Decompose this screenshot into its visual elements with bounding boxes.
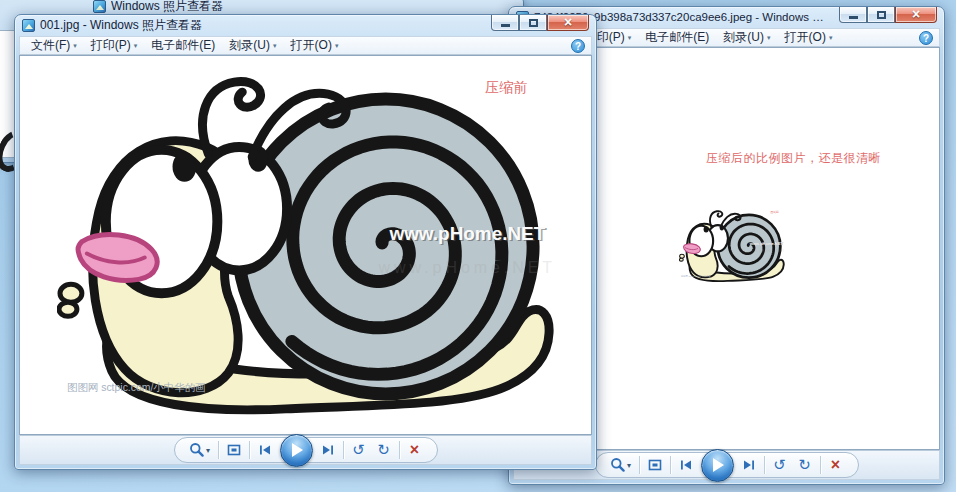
play-icon bbox=[292, 443, 303, 457]
delete-button[interactable]: × bbox=[405, 440, 425, 460]
divider bbox=[764, 456, 765, 474]
viewer-toolbar: ▾ ↺ ↻ × bbox=[19, 435, 592, 465]
maximize-button[interactable] bbox=[867, 7, 895, 23]
delete-icon: × bbox=[831, 457, 840, 473]
previous-icon bbox=[678, 457, 694, 473]
menubar: 文件(F)▾ 打印(P)▾ 电子邮件(E) 刻录(U)▾ 打开(O)▾ ? bbox=[19, 36, 592, 55]
delete-icon: × bbox=[410, 442, 419, 458]
divider bbox=[639, 456, 640, 474]
zoom-button[interactable]: ▾ bbox=[187, 440, 213, 460]
toolbar-group: ▾ ↺ ↻ × bbox=[174, 437, 438, 463]
chevron-down-icon: ▾ bbox=[335, 42, 339, 50]
rotate-ccw-icon: ↺ bbox=[773, 458, 786, 473]
toolbar-group: ▾ ↺ ↻ × bbox=[595, 452, 859, 478]
next-icon bbox=[320, 442, 336, 458]
photo-viewer-window-before: 001.jpg - Windows 照片查看器 × 文件(F)▾ 打印(P)▾ … bbox=[14, 14, 597, 470]
divider bbox=[218, 441, 219, 459]
help-button[interactable]: ? bbox=[571, 39, 585, 53]
divider bbox=[399, 441, 400, 459]
close-button[interactable]: × bbox=[895, 7, 937, 23]
actual-size-icon bbox=[226, 442, 242, 458]
chevron-down-icon: ▾ bbox=[73, 42, 77, 50]
photo-canvas bbox=[19, 55, 592, 435]
previous-icon bbox=[257, 442, 273, 458]
next-icon bbox=[741, 457, 757, 473]
magnifier-icon bbox=[189, 442, 205, 458]
actual-size-button[interactable] bbox=[224, 440, 244, 460]
window-controls: × bbox=[839, 7, 937, 23]
actual-size-icon bbox=[647, 457, 663, 473]
delete-button[interactable]: × bbox=[826, 455, 846, 475]
minimize-button[interactable] bbox=[839, 7, 867, 23]
previous-button[interactable] bbox=[255, 440, 275, 460]
rotate-counterclockwise-button[interactable]: ↺ bbox=[770, 455, 790, 475]
divider bbox=[249, 441, 250, 459]
annotation-after: 压缩后的比例图片，还是很清晰 bbox=[706, 150, 881, 167]
rotate-ccw-icon: ↺ bbox=[352, 443, 365, 458]
play-slideshow-button[interactable] bbox=[701, 449, 734, 482]
close-button[interactable]: × bbox=[547, 15, 589, 31]
rotate-cw-icon: ↻ bbox=[377, 443, 390, 458]
chevron-down-icon: ▾ bbox=[627, 461, 631, 470]
next-button[interactable] bbox=[318, 440, 338, 460]
window-controls: × bbox=[491, 15, 589, 31]
menu-burn[interactable]: 刻录(U)▾ bbox=[716, 27, 777, 48]
next-button[interactable] bbox=[739, 455, 759, 475]
chevron-down-icon: ▾ bbox=[829, 34, 833, 42]
divider bbox=[670, 456, 671, 474]
divider bbox=[343, 441, 344, 459]
photo-viewer-icon bbox=[93, 0, 106, 13]
photo-before bbox=[57, 62, 555, 433]
menu-burn[interactable]: 刻录(U)▾ bbox=[222, 35, 283, 56]
chevron-down-icon: ▾ bbox=[628, 34, 632, 42]
chevron-down-icon: ▾ bbox=[273, 42, 277, 50]
rotate-counterclockwise-button[interactable]: ↺ bbox=[349, 440, 369, 460]
menu-open[interactable]: 打开(O)▾ bbox=[778, 27, 840, 48]
zoom-button[interactable]: ▾ bbox=[608, 455, 634, 475]
play-icon bbox=[713, 458, 724, 472]
rotate-cw-icon: ↻ bbox=[798, 458, 811, 473]
rotate-clockwise-button[interactable]: ↻ bbox=[374, 440, 394, 460]
magnifier-icon bbox=[610, 457, 626, 473]
minimize-button[interactable] bbox=[491, 15, 519, 31]
help-button[interactable]: ? bbox=[919, 31, 933, 45]
menu-open[interactable]: 打开(O)▾ bbox=[284, 35, 346, 56]
chevron-down-icon: ▾ bbox=[767, 34, 771, 42]
chevron-down-icon: ▾ bbox=[134, 42, 138, 50]
maximize-button[interactable] bbox=[519, 15, 547, 31]
menu-print[interactable]: 打印(P)▾ bbox=[84, 35, 145, 56]
divider bbox=[820, 456, 821, 474]
menu-email[interactable]: 电子邮件(E) bbox=[144, 35, 222, 56]
actual-size-button[interactable] bbox=[645, 455, 665, 475]
menu-file[interactable]: 文件(F)▾ bbox=[24, 35, 84, 56]
chevron-down-icon: ▾ bbox=[206, 446, 210, 455]
background-window-title: Windows 照片查看器 bbox=[111, 0, 223, 15]
photo-viewer-icon bbox=[22, 19, 35, 32]
photo-after bbox=[679, 207, 785, 286]
previous-button[interactable] bbox=[676, 455, 696, 475]
rotate-clockwise-button[interactable]: ↻ bbox=[795, 455, 815, 475]
play-slideshow-button[interactable] bbox=[280, 434, 313, 467]
window-title: 001.jpg - Windows 照片查看器 bbox=[40, 17, 202, 34]
menu-email[interactable]: 电子邮件(E) bbox=[638, 27, 716, 48]
